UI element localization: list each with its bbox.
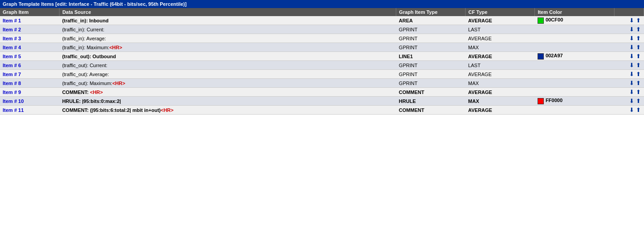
move-up-button[interactable]: ⬆: [636, 35, 641, 42]
graph-item-type-cell: HRULE: [396, 97, 466, 106]
hr-tag: <HR>: [112, 81, 125, 86]
data-source-cell: COMMENT: (|95:bits:6:total:2| mbit in+ou…: [59, 106, 396, 115]
item-link[interactable]: Item # 11: [3, 107, 24, 113]
move-down-button[interactable]: ⬇: [629, 80, 635, 86]
item-link[interactable]: Item # 8: [3, 81, 21, 86]
table-row: Item # 1(traffic_in): InboundAREAAVERAGE…: [0, 16, 644, 25]
data-source-cell: HRULE: |95:bits:0:max:2|: [59, 97, 396, 106]
move-up-button[interactable]: ⬆: [636, 71, 641, 77]
item-link[interactable]: Item # 7: [3, 72, 21, 77]
item-link[interactable]: Item # 4: [3, 45, 21, 50]
move-up-button[interactable]: ⬆: [636, 26, 641, 33]
title-bar: Graph Template Items [edit: Interface - …: [0, 0, 644, 8]
item-color-cell: 00CF00: [535, 16, 614, 25]
color-hex-text: 002A97: [546, 53, 563, 58]
graph-item-type-cell: GPRINT: [396, 25, 466, 34]
data-source-cell: (traffic_in): Inbound: [59, 16, 396, 25]
graph-item-type-cell: COMMENT: [396, 88, 466, 97]
item-link[interactable]: Item # 5: [3, 54, 21, 59]
move-up-button[interactable]: ⬆: [636, 53, 641, 60]
cf-type-cell: AVERAGE: [466, 88, 535, 97]
table-row: Item # 8(traffic_out): Maximum:<HR>GPRIN…: [0, 79, 644, 88]
data-source-cell: (traffic_out): Outbound: [59, 52, 396, 61]
item-cell: Item # 5: [0, 52, 59, 61]
move-down-button[interactable]: ⬇: [629, 17, 635, 24]
graph-item-type-cell: COMMENT: [396, 106, 466, 115]
item-link[interactable]: Item # 6: [3, 63, 21, 68]
item-color-cell: [535, 43, 614, 52]
item-color-cell: [535, 34, 614, 43]
move-down-button[interactable]: ⬇: [629, 35, 635, 42]
move-up-button[interactable]: ⬆: [636, 98, 641, 104]
move-down-button[interactable]: ⬇: [629, 71, 635, 77]
actions-cell: ⬇⬆: [614, 52, 644, 61]
move-down-button[interactable]: ⬇: [629, 26, 635, 33]
color-swatch: [538, 53, 544, 60]
graph-item-type-cell: GPRINT: [396, 43, 466, 52]
item-color-cell: [535, 70, 614, 79]
item-color-cell: [535, 106, 614, 115]
move-up-button[interactable]: ⬆: [636, 89, 641, 95]
col-header-item-color: Item Color: [535, 8, 614, 16]
move-up-button[interactable]: ⬆: [636, 107, 641, 113]
table-row: Item # 4(traffic_in): Maximum:<HR>GPRINT…: [0, 43, 644, 52]
data-source-cell: (traffic_out): Maximum:<HR>: [59, 79, 396, 88]
move-up-button[interactable]: ⬆: [636, 80, 641, 86]
col-header-data-source: Data Source: [59, 8, 396, 16]
item-color-cell: 002A97: [535, 52, 614, 61]
item-color-cell: FF0000: [535, 97, 614, 106]
move-down-button[interactable]: ⬇: [629, 53, 635, 60]
cf-type-cell: AVERAGE: [466, 70, 535, 79]
table-row: Item # 7(traffic_out): Average:GPRINTAVE…: [0, 70, 644, 79]
cf-type-cell: MAX: [466, 43, 535, 52]
cf-type-cell: AVERAGE: [466, 16, 535, 25]
cf-type-cell: MAX: [466, 97, 535, 106]
item-cell: Item # 4: [0, 43, 59, 52]
page-title: Graph Template Items: [3, 1, 55, 7]
move-up-button[interactable]: ⬆: [636, 62, 641, 68]
cf-type-cell: MAX: [466, 79, 535, 88]
data-source-cell: COMMENT: <HR>: [59, 88, 396, 97]
item-color-cell: [535, 25, 614, 34]
move-down-button[interactable]: ⬇: [629, 89, 635, 95]
item-cell: Item # 9: [0, 88, 59, 97]
item-link[interactable]: Item # 1: [3, 18, 21, 23]
item-cell: Item # 7: [0, 70, 59, 79]
page-subtitle: [edit: Interface - Traffic (64bit - bits…: [55, 1, 186, 7]
graph-item-type-cell: GPRINT: [396, 79, 466, 88]
move-up-button[interactable]: ⬆: [636, 44, 641, 51]
color-swatch: [538, 98, 544, 104]
graph-item-type-cell: GPRINT: [396, 34, 466, 43]
item-link[interactable]: Item # 9: [3, 90, 21, 95]
item-cell: Item # 10: [0, 97, 59, 106]
move-down-button[interactable]: ⬇: [629, 107, 635, 113]
item-cell: Item # 6: [0, 61, 59, 70]
item-cell: Item # 3: [0, 34, 59, 43]
col-header-actions: [614, 8, 644, 16]
table-row: Item # 9COMMENT: <HR>COMMENTAVERAGE⬇⬆: [0, 88, 644, 97]
item-color-cell: [535, 79, 614, 88]
cf-type-cell: LAST: [466, 61, 535, 70]
hr-tag: <HR>: [109, 45, 122, 50]
table-header: Graph Item Data Source Graph Item Type C…: [0, 8, 644, 16]
col-header-cf-type: CF Type: [466, 8, 535, 16]
item-cell: Item # 1: [0, 16, 59, 25]
move-up-button[interactable]: ⬆: [636, 17, 641, 24]
data-source-cell: (traffic_out): Average:: [59, 70, 396, 79]
table-row: Item # 6(traffic_out): Current:GPRINTLAS…: [0, 61, 644, 70]
table-row: Item # 5(traffic_out): OutboundLINE1AVER…: [0, 52, 644, 61]
color-hex-text: FF0000: [546, 98, 563, 103]
col-header-graph-item: Graph Item: [0, 8, 59, 16]
cf-type-cell: LAST: [466, 25, 535, 34]
actions-cell: ⬇⬆: [614, 88, 644, 97]
item-link[interactable]: Item # 10: [3, 98, 24, 104]
move-down-button[interactable]: ⬇: [629, 98, 635, 104]
move-down-button[interactable]: ⬇: [629, 62, 635, 68]
color-hex-text: 00CF00: [546, 17, 563, 22]
move-down-button[interactable]: ⬇: [629, 44, 635, 51]
item-link[interactable]: Item # 2: [3, 27, 21, 32]
item-link[interactable]: Item # 3: [3, 36, 21, 41]
actions-cell: ⬇⬆: [614, 61, 644, 70]
data-source-cell: (traffic_out): Current:: [59, 61, 396, 70]
table-row: Item # 3(traffic_in): Average:GPRINTAVER…: [0, 34, 644, 43]
